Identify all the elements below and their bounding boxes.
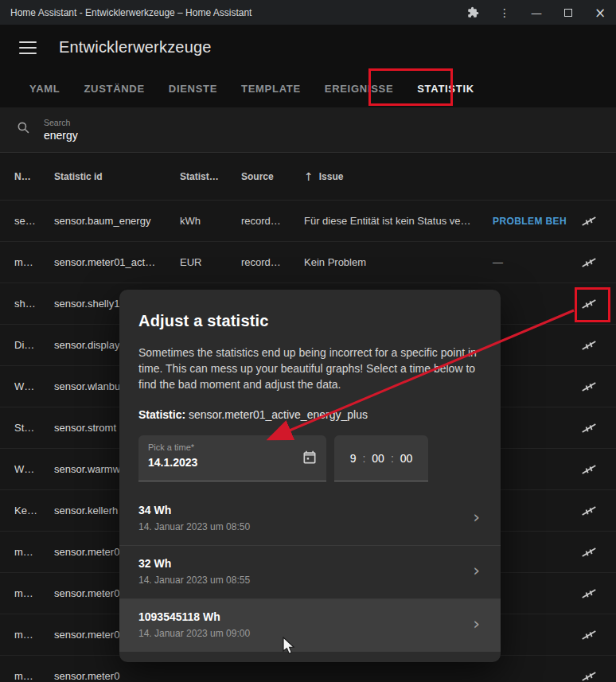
calendar-icon[interactable] bbox=[302, 450, 318, 469]
pick-time-value: 14.1.2023 bbox=[148, 456, 317, 469]
chevron-right-icon: › bbox=[473, 615, 480, 633]
col-name[interactable]: N… bbox=[14, 171, 54, 182]
row-source: record… bbox=[241, 215, 304, 227]
time-input[interactable]: 9 : 00 : 00 bbox=[334, 435, 428, 481]
adjust-statistic-icon[interactable] bbox=[579, 212, 598, 231]
time-minutes[interactable]: 00 bbox=[372, 452, 384, 465]
table-row[interactable]: se… sensor.baum_energy kWh record… Für d… bbox=[0, 201, 616, 242]
search-field-label: Search bbox=[44, 118, 78, 127]
adjust-statistic-icon[interactable] bbox=[579, 294, 598, 314]
entry-timestamp: 14. Januar 2023 um 09:00 bbox=[138, 628, 481, 639]
adjust-statistic-dialog: Adjust a statistic Sometimes the statist… bbox=[119, 290, 501, 662]
statistics-search[interactable]: Search energy bbox=[0, 107, 616, 153]
close-button[interactable]: × bbox=[584, 0, 616, 25]
col-source[interactable]: Source bbox=[241, 171, 304, 182]
row-unit: kWh bbox=[180, 215, 241, 227]
row-name: Ke… bbox=[14, 505, 54, 516]
minimize-button[interactable]: — bbox=[520, 0, 552, 25]
tab-template[interactable]: TEMPLATE bbox=[229, 70, 313, 107]
row-name: W… bbox=[14, 380, 54, 392]
browser-menu-icon[interactable]: ⋮ bbox=[489, 0, 520, 25]
maximize-icon bbox=[564, 9, 572, 17]
statistic-label: Statistic: bbox=[138, 408, 185, 421]
adjust-statistic-icon[interactable] bbox=[579, 667, 598, 682]
row-unit: EUR bbox=[180, 256, 241, 268]
row-name: St… bbox=[14, 422, 54, 434]
row-name: se… bbox=[14, 215, 54, 227]
adjust-statistic-icon[interactable] bbox=[579, 377, 598, 396]
adjust-statistic-icon[interactable] bbox=[579, 253, 598, 272]
adjust-statistic-icon[interactable] bbox=[579, 501, 598, 520]
pick-time-input[interactable]: Pick a time* 14.1.2023 bbox=[138, 435, 326, 481]
row-issue: Für diese Entität ist kein Status ve… bbox=[304, 215, 489, 227]
dialog-description: Sometimes the statistics end up being in… bbox=[138, 345, 481, 392]
row-name: sh… bbox=[14, 298, 54, 310]
adjust-statistic-icon[interactable] bbox=[579, 419, 598, 438]
row-statistic-id: sensor.baum_energy bbox=[54, 215, 180, 227]
time-seconds[interactable]: 00 bbox=[400, 452, 413, 465]
adjust-statistic-icon[interactable] bbox=[579, 460, 598, 479]
tab-yaml[interactable]: YAML bbox=[18, 70, 72, 107]
adjust-statistic-icon[interactable] bbox=[579, 543, 598, 562]
time-hours[interactable]: 9 bbox=[350, 452, 357, 465]
statistic-entry[interactable]: 32 Wh 14. Januar 2023 um 08:55 › bbox=[119, 545, 501, 598]
home-assistant-window: Home Assistant - Entwicklerwerkzeuge – H… bbox=[0, 0, 616, 682]
row-name: m… bbox=[14, 629, 54, 641]
row-statistic-id: sensor.meter0 bbox=[54, 670, 180, 682]
row-statistic-id: sensor.meter01_act… bbox=[54, 256, 180, 268]
row-name: m… bbox=[14, 670, 54, 682]
search-input[interactable]: energy bbox=[44, 129, 78, 142]
entry-timestamp: 14. Januar 2023 um 08:50 bbox=[138, 521, 481, 532]
row-source: record… bbox=[241, 256, 304, 268]
row-issue: Kein Problem bbox=[304, 256, 489, 268]
col-unit[interactable]: Statist… bbox=[180, 171, 241, 182]
adjust-statistic-icon[interactable] bbox=[579, 336, 598, 355]
extensions-icon[interactable] bbox=[457, 0, 489, 25]
window-titlebar: Home Assistant - Entwicklerwerkzeuge – H… bbox=[0, 0, 616, 25]
row-name: m… bbox=[14, 546, 54, 558]
tab-statistik[interactable]: STATISTIK bbox=[405, 70, 486, 107]
search-icon bbox=[16, 120, 32, 139]
time-separator: : bbox=[362, 452, 365, 465]
row-name: m… bbox=[14, 587, 54, 599]
entry-value: 34 Wh bbox=[138, 504, 481, 516]
entry-value: 1093545118 Wh bbox=[138, 610, 481, 623]
pick-time-label: Pick a time* bbox=[148, 442, 317, 452]
col-statistic-id[interactable]: Statistic id bbox=[54, 171, 180, 182]
entry-timestamp: 14. Januar 2023 um 08:55 bbox=[138, 575, 481, 586]
tab-dienste[interactable]: DIENSTE bbox=[157, 70, 229, 107]
chevron-right-icon: › bbox=[473, 509, 480, 526]
no-issue-dash: — bbox=[489, 256, 573, 268]
tab-ereignisse[interactable]: EREIGNISSE bbox=[313, 70, 405, 107]
col-issue[interactable]: ↑ Issue bbox=[304, 170, 489, 183]
maximize-button[interactable] bbox=[552, 0, 584, 25]
statistic-value: sensor.meter01_active_energy_plus bbox=[189, 408, 368, 421]
dialog-statistic-line: Statistic: sensor.meter01_active_energy_… bbox=[138, 408, 481, 421]
statistic-entry[interactable]: 34 Wh 14. Januar 2023 um 08:50 › bbox=[119, 493, 501, 545]
statistic-entries-list: 34 Wh 14. Januar 2023 um 08:50 › 32 Wh 1… bbox=[119, 493, 501, 652]
table-header: N… Statistic id Statist… Source ↑ Issue bbox=[0, 154, 616, 201]
sort-ascending-icon: ↑ bbox=[304, 170, 314, 183]
adjust-statistic-icon[interactable] bbox=[579, 584, 598, 603]
developer-tools-tabs: YAML ZUSTÄNDE DIENSTE TEMPLATE EREIGNISS… bbox=[0, 70, 616, 107]
entry-value: 32 Wh bbox=[138, 557, 481, 570]
time-separator: : bbox=[391, 452, 394, 465]
chevron-right-icon: › bbox=[473, 562, 480, 579]
page-title: Entwicklerwerkzeuge bbox=[59, 38, 212, 57]
fix-issue-link[interactable]: PROBLEM BEH bbox=[489, 216, 573, 227]
statistic-entry[interactable]: 1093545118 Wh 14. Januar 2023 um 09:00 › bbox=[119, 598, 501, 652]
table-row[interactable]: m… sensor.meter01_act… EUR record… Kein … bbox=[0, 242, 616, 283]
row-name: W… bbox=[14, 463, 54, 475]
tab-zustaende[interactable]: ZUSTÄNDE bbox=[72, 70, 156, 107]
window-title: Home Assistant - Entwicklerwerkzeuge – H… bbox=[10, 7, 251, 18]
hamburger-menu-icon[interactable] bbox=[19, 41, 37, 54]
dialog-title: Adjust a statistic bbox=[138, 312, 481, 330]
row-name: Di… bbox=[14, 339, 54, 351]
row-name: m… bbox=[14, 256, 54, 268]
adjust-statistic-icon[interactable] bbox=[579, 625, 598, 645]
app-header: Entwicklerwerkzeuge bbox=[0, 25, 616, 70]
